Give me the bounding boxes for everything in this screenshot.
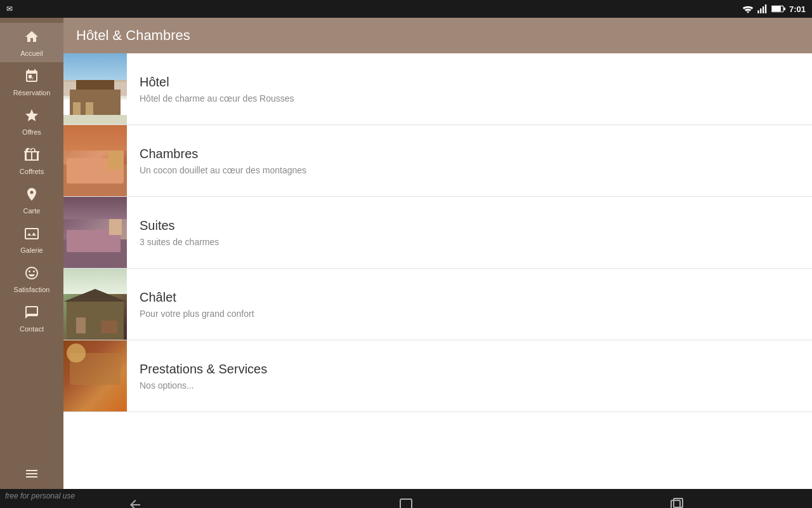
list-item-title-chalet: Châlet <box>140 290 799 305</box>
list-item-text-chalet: Châlet Pour votre plus grand confort <box>127 280 812 329</box>
sidebar-item-offres[interactable]: Offres <box>0 102 63 141</box>
svg-rect-5 <box>772 6 781 11</box>
sidebar-item-galerie[interactable]: Galerie <box>0 220 63 259</box>
list-item-image-hotel <box>63 53 127 124</box>
status-bar-left: ✉ <box>6 4 13 13</box>
list-item-chalet[interactable]: Châlet Pour votre plus grand confort <box>63 269 812 340</box>
free-text: free for personal use <box>5 491 75 500</box>
wifi-icon <box>742 4 754 13</box>
home-button[interactable] <box>387 492 425 508</box>
svg-rect-3 <box>765 4 766 13</box>
star-icon <box>24 108 39 126</box>
signal-icon <box>757 4 768 13</box>
recents-button[interactable] <box>658 492 696 508</box>
status-bar: ✉ 7:01 <box>0 0 812 18</box>
nav-bar: free for personal use <box>0 489 812 508</box>
sidebar-label-coffrets: Coffrets <box>20 168 44 175</box>
gift-icon <box>24 147 39 165</box>
sidebar-item-menu[interactable] <box>0 460 63 489</box>
sidebar-label-offres: Offres <box>22 128 41 136</box>
sidebar-label-contact: Contact <box>20 325 44 333</box>
page-title: Hôtel & Chambres <box>76 27 190 44</box>
clock: 7:01 <box>789 4 806 14</box>
list-item-text-hotel: Hôtel Hôtel de charme au cœur des Rousse… <box>127 65 812 114</box>
sidebar-label-reservation: Réservation <box>13 89 51 97</box>
home-icon <box>24 29 39 47</box>
sidebar-item-carte[interactable]: Carte <box>0 180 63 220</box>
list-item-title-suites: Suites <box>140 218 799 233</box>
list-item-title-prestations: Prestations & Services <box>140 362 799 377</box>
status-bar-right: 7:01 <box>742 4 806 14</box>
sidebar-label-carte: Carte <box>23 207 41 215</box>
list-item-subtitle-suites: 3 suites de charmes <box>140 237 799 247</box>
list-item-text-suites: Suites 3 suites de charmes <box>127 208 812 257</box>
battery-icon <box>771 5 785 13</box>
calendar-icon: 23 <box>24 69 39 86</box>
back-button[interactable] <box>116 492 154 508</box>
list-item-subtitle-prestations: Nos options... <box>140 380 799 391</box>
sidebar-label-accueil: Accueil <box>20 50 43 57</box>
list-item-image-chambres <box>63 125 127 196</box>
list-item-text-chambres: Chambres Un cocon douillet au cœur des m… <box>127 137 812 185</box>
chat-icon <box>24 305 39 323</box>
svg-rect-8 <box>400 499 412 508</box>
sidebar-label-satisfaction: Satisfaction <box>14 286 50 293</box>
list-item-title-chambres: Chambres <box>140 147 799 161</box>
content-list: Hôtel Hôtel de charme au cœur des Rousse… <box>63 53 812 489</box>
menu-icon <box>24 466 39 484</box>
smiley-icon <box>24 265 39 283</box>
main-area: Hôtel & Chambres Hô <box>63 18 812 489</box>
photo-icon <box>24 226 39 244</box>
header: Hôtel & Chambres <box>63 18 812 53</box>
svg-rect-6 <box>784 8 785 11</box>
list-item-image-suites <box>63 197 127 268</box>
list-item-subtitle-chalet: Pour votre plus grand confort <box>140 309 799 319</box>
sidebar-item-accueil[interactable]: Accueil <box>0 23 63 62</box>
list-item-chambres[interactable]: Chambres Un cocon douillet au cœur des m… <box>63 125 812 197</box>
sidebar: Accueil 23 Réservation Offres Coffrets <box>0 18 63 489</box>
pin-icon <box>24 187 39 204</box>
list-item-title-hotel: Hôtel <box>140 75 799 90</box>
mail-icon: ✉ <box>6 4 13 13</box>
list-item-prestations[interactable]: Prestations & Services Nos options... <box>63 340 812 412</box>
list-item-image-chalet <box>63 269 127 340</box>
svg-text:23: 23 <box>29 76 34 80</box>
sidebar-item-reservation[interactable]: 23 Réservation <box>0 62 63 102</box>
sidebar-item-contact[interactable]: Contact <box>0 298 63 338</box>
list-item-text-prestations: Prestations & Services Nos options... <box>127 352 812 401</box>
list-item-subtitle-chambres: Un cocon douillet au cœur des montagnes <box>140 165 799 175</box>
list-item-suites[interactable]: Suites 3 suites de charmes <box>63 197 812 269</box>
sidebar-item-coffrets[interactable]: Coffrets <box>0 141 63 180</box>
sidebar-item-satisfaction[interactable]: Satisfaction <box>0 259 63 298</box>
svg-rect-1 <box>760 8 761 13</box>
app-container: Accueil 23 Réservation Offres Coffrets <box>0 18 812 489</box>
list-item-hotel[interactable]: Hôtel Hôtel de charme au cœur des Rousse… <box>63 53 812 125</box>
list-item-subtitle-hotel: Hôtel de charme au cœur des Rousses <box>140 93 799 104</box>
svg-rect-2 <box>763 6 764 13</box>
sidebar-label-galerie: Galerie <box>20 246 43 254</box>
list-item-image-prestations <box>63 340 127 411</box>
svg-rect-0 <box>757 10 759 13</box>
